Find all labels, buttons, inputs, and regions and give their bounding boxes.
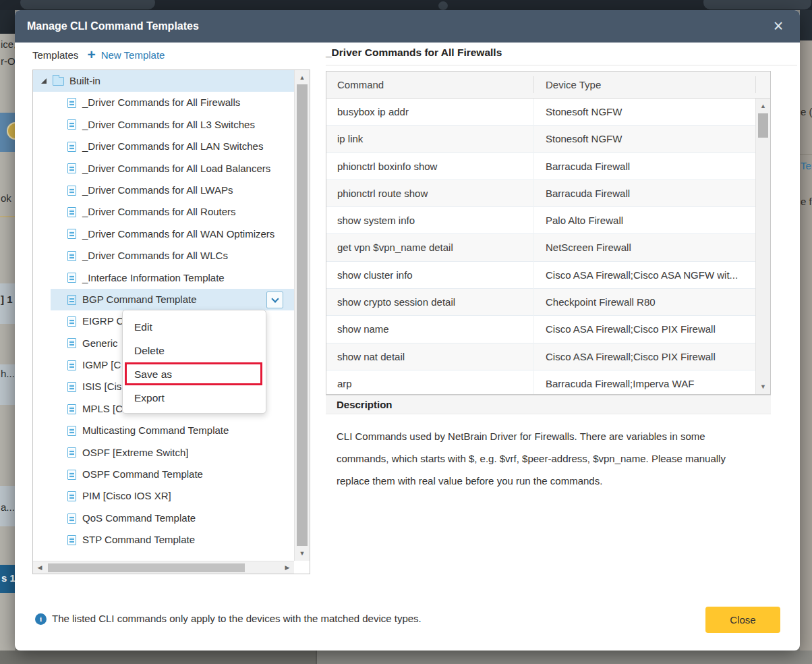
tree-horizontal-scrollbar[interactable]: ◀ ▶ [33,561,294,574]
template-icon [67,295,76,305]
cell-device-type: Barracuda Firewall [546,180,748,206]
tree-item[interactable]: _Driver Commands for All WAN Optimizers [33,223,294,245]
table-row[interactable]: phionctrl route showBarracuda Firewall [326,180,770,207]
tree-item-label: _Driver Commands for All LWAPs [82,179,233,201]
scroll-down-icon[interactable]: ▼ [756,381,770,393]
tree-item-label: BGP Command Template [82,289,197,310]
background-topbar-shape [20,0,155,9]
background-row [0,113,15,152]
table-row[interactable]: show nameCisco ASA Firewall;Cisco PIX Fi… [326,316,770,343]
close-button[interactable]: Close [705,607,780,633]
table-vertical-scrollbar[interactable]: ▲ ▼ [755,99,770,394]
template-icon [67,273,76,283]
tree-item-built-in[interactable]: Built-in [33,70,294,92]
template-icon [67,426,76,436]
table-row[interactable]: arpBarracuda Firewall;Imperva WAF [326,370,770,395]
tree-item[interactable]: _Driver Commands for All Firewalls [33,92,294,113]
cell-command: show crypto session detail [337,289,529,315]
cell-command: get vpn $vpn_name detail [337,234,529,260]
menu-item-export[interactable]: Export [123,386,266,410]
scrollbar-thumb[interactable] [48,563,245,572]
menu-item-save-as[interactable]: Save as [123,362,266,386]
menu-item-delete[interactable]: Delete [123,339,266,362]
background-text: r-O [1,55,15,67]
template-icon [67,491,76,501]
context-menu: Edit Delete Save as Export [122,310,266,414]
background-selected-row: s 1 [0,565,15,593]
description-body: CLI Commands used by NetBrain Driver for… [326,414,771,492]
scroll-up-icon[interactable]: ▲ [756,100,770,112]
table-body: busybox ip addrStonesoft NGFW ip linkSto… [326,99,770,395]
tree-item[interactable]: _Driver Commands for All Load Balancers [33,158,294,179]
tree-item[interactable]: STP Command Template [33,529,294,551]
tree-item-label: _Interface Information Template [82,267,225,289]
table-row[interactable]: busybox ip addrStonesoft NGFW [326,99,770,126]
cell-device-type: Barracuda Firewall [546,153,748,179]
background-text: ] 1 [1,294,13,305]
tree-item[interactable]: QoS Command Template [33,507,294,529]
table-row[interactable]: ip linkStonesoft NGFW [326,126,770,153]
tree-item[interactable]: _Driver Commands for All L3 Switches [33,114,294,136]
table-row[interactable]: get vpn $vpn_name detailNetScreen Firewa… [326,234,770,261]
template-icon [67,360,76,370]
template-icon [67,535,76,545]
cell-command: show name [337,316,529,342]
cell-device-type: NetScreen Firewall [546,234,748,260]
tree-item[interactable]: OSPF Command Template [33,464,294,485]
tree-item[interactable]: _Driver Commands for All LAN Switches [33,136,294,157]
template-icon [67,207,76,217]
background-bottom-left [0,651,317,664]
background-text: h... [1,368,15,379]
tree-item[interactable]: _Driver Commands for All WLCs [33,245,294,267]
table-row[interactable]: phionctrl boxinfo showBarracuda Firewall [326,153,770,180]
cell-command: ip link [337,126,529,152]
chevron-down-icon [271,295,279,302]
tree-item-label: QoS Command Template [82,507,196,529]
column-divider [533,76,534,93]
tree-item[interactable]: _Interface Information Template [33,267,294,289]
table-row[interactable]: show cluster infoCisco ASA Firewall;Cisc… [326,262,770,289]
scroll-down-icon[interactable]: ▼ [295,547,310,559]
scroll-right-icon[interactable]: ▶ [282,561,293,574]
tree-item-selected[interactable]: BGP Command Template [33,289,294,310]
dialog-title: Manage CLI Command Templates [27,10,199,43]
tree-item[interactable]: _Driver Commands for All LWAPs [33,179,294,201]
scrollbar-thumb[interactable] [758,113,768,138]
templates-header: Templates + New Template [32,49,165,61]
background-link-text: Ter [801,160,812,171]
table-row[interactable]: show system infoPalo Alto Firewall [326,207,770,234]
table-header: Command Device Type [326,72,770,99]
scrollbar-thumb[interactable] [297,84,308,546]
menu-item-edit[interactable]: Edit [123,315,266,339]
background-avatar [7,122,15,140]
background-bottom-strip [0,651,812,664]
selected-template-title: _Driver Commands for All Firewalls [326,47,502,59]
table-row[interactable]: show crypto session detailCheckpoint Fir… [326,289,770,316]
background-text: e ( [801,106,812,117]
tree-item[interactable]: PIM [Cisco IOS XR] [33,485,294,507]
cell-device-type: Palo Alto Firewall [546,207,748,233]
background-dark-block [0,10,15,34]
template-icon [67,470,76,480]
scroll-up-icon[interactable]: ▲ [295,72,310,84]
column-header-device-type: Device Type [546,72,601,99]
tree-item[interactable]: Multicasting Command Template [33,420,294,441]
tree-item-label: _Driver Commands for All Load Balancers [82,158,270,179]
new-template-button[interactable]: + New Template [87,49,165,61]
template-icon [67,186,76,196]
expand-caret-icon[interactable] [41,78,47,84]
tree-item[interactable]: OSPF [Extreme Switch] [33,442,294,464]
tree-item[interactable]: _Driver Commands for All Routers [33,201,294,223]
close-icon[interactable]: × [767,16,789,37]
cell-command: show nat detail [337,343,529,370]
template-icon [67,98,76,108]
table-row[interactable]: show nat detailCisco ASA Firewall;Cisco … [326,343,770,370]
commands-table: Command Device Type busybox ip addrStone… [326,71,771,395]
tree-vertical-scrollbar[interactable]: ▲ ▼ [294,70,310,561]
tree-item-label: _Driver Commands for All L3 Switches [82,114,255,136]
scroll-left-icon[interactable]: ◀ [34,561,45,574]
template-icon [67,338,76,348]
template-icon [67,229,76,239]
tree-item-label: OSPF [Extreme Switch] [82,442,189,464]
tree-item-menu-button[interactable] [266,292,283,308]
